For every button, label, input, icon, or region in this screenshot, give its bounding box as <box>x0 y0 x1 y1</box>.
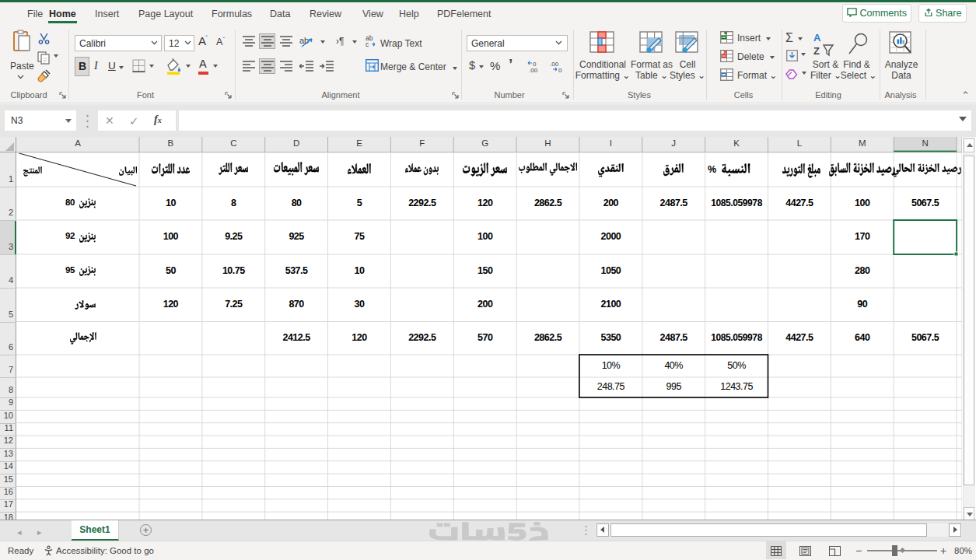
svg-text:0: 0 <box>558 67 562 73</box>
svg-text:ab: ab <box>299 36 309 45</box>
svg-text:A: A <box>813 32 821 44</box>
svg-text:.00: .00 <box>550 61 559 68</box>
svg-text:.00: .00 <box>529 67 538 73</box>
svg-text:Z: Z <box>813 45 820 57</box>
